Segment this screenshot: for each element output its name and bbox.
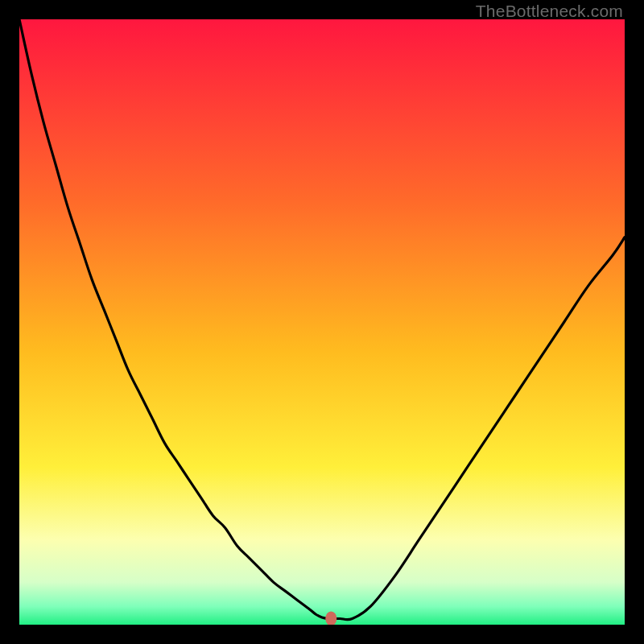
watermark-text: TheBottleneck.com <box>476 2 623 21</box>
chart-frame <box>19 19 625 625</box>
bottleneck-chart <box>19 19 625 625</box>
